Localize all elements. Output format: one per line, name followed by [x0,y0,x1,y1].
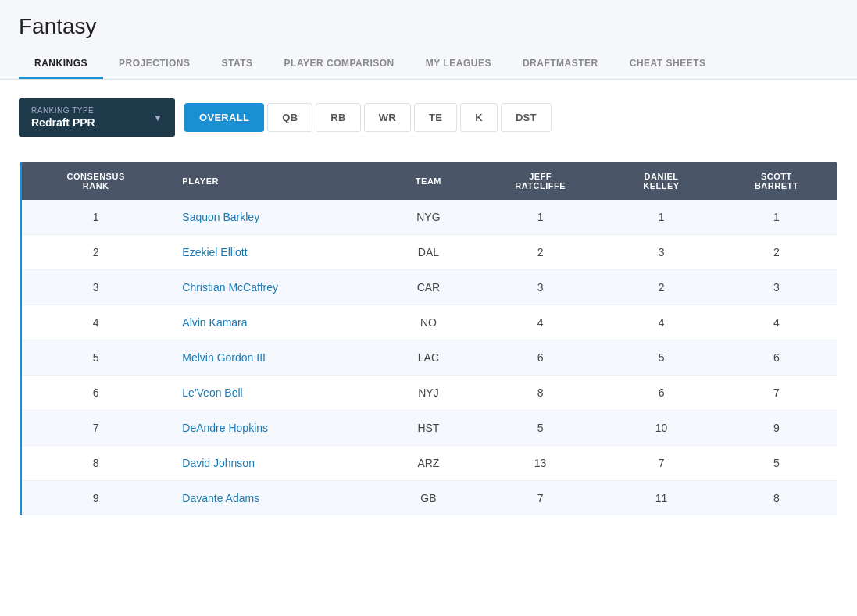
th-consensus-rank: CONSENSUSRANK [20,162,170,201]
cell-daniel-rank: 4 [607,305,716,340]
cell-scott-rank: 2 [716,235,838,270]
table-row: 1Saquon BarkleyNYG111 [20,200,838,235]
cell-rank: 2 [20,235,170,270]
table-body: 1Saquon BarkleyNYG1112Ezekiel ElliottDAL… [20,200,838,516]
cell-rank: 4 [20,305,170,340]
ranking-type-value: Redraft PPR [31,116,95,129]
table-row: 5Melvin Gordon IIILAC656 [20,340,838,376]
nav-tab-stats[interactable]: STATS [206,50,269,79]
cell-scott-rank: 3 [716,270,838,305]
cell-team: GB [384,481,473,516]
pos-btn-overall[interactable]: OVERALL [184,103,264,132]
cell-team: NO [384,305,473,340]
cell-daniel-rank: 2 [607,270,716,305]
cell-rank: 9 [20,481,170,516]
cell-scott-rank: 7 [716,376,838,411]
rankings-table: CONSENSUSRANK PLAYER TEAM JEFFRATCLIFFE … [19,162,838,516]
cell-jeff-rank: 3 [473,270,607,305]
cell-daniel-rank: 1 [607,200,716,235]
dropdown-arrow-icon: ▼ [153,112,162,123]
cell-player-name[interactable]: Ezekiel Elliott [170,235,384,270]
nav-tabs: RANKINGSPROJECTIONSSTATSPLAYER COMPARISO… [19,50,838,79]
cell-scott-rank: 5 [716,446,838,481]
table-row: 2Ezekiel ElliottDAL232 [20,235,838,270]
cell-player-name[interactable]: Christian McCaffrey [170,270,384,305]
table-row: 7DeAndre HopkinsHST5109 [20,411,838,446]
cell-jeff-rank: 2 [473,235,607,270]
cell-daniel-rank: 10 [607,411,716,446]
cell-rank: 5 [20,340,170,376]
pos-btn-te[interactable]: TE [414,103,457,132]
app-title: Fantasy [19,14,838,39]
cell-scott-rank: 9 [716,411,838,446]
nav-tab-rankings[interactable]: RANKINGS [19,50,103,79]
cell-player-name[interactable]: Melvin Gordon III [170,340,384,376]
cell-team: LAC [384,340,473,376]
cell-scott-rank: 6 [716,340,838,376]
nav-tab-cheat-sheets[interactable]: CHEAT SHEETS [614,50,722,79]
nav-tab-player-comparison[interactable]: PLAYER COMPARISON [269,50,410,79]
cell-rank: 3 [20,270,170,305]
cell-daniel-rank: 3 [607,235,716,270]
table-row: 8David JohnsonARZ1375 [20,446,838,481]
pos-btn-dst[interactable]: DST [501,103,552,132]
cell-rank: 7 [20,411,170,446]
cell-player-name[interactable]: Saquon Barkley [170,200,384,235]
cell-daniel-rank: 7 [607,446,716,481]
pos-btn-wr[interactable]: WR [364,103,411,132]
app-header: Fantasy RANKINGSPROJECTIONSSTATSPLAYER C… [0,0,857,80]
cell-player-name[interactable]: Alvin Kamara [170,305,384,340]
cell-player-name[interactable]: DeAndre Hopkins [170,411,384,446]
table-row: 6Le'Veon BellNYJ867 [20,376,838,411]
cell-scott-rank: 8 [716,481,838,516]
table-header-row: CONSENSUSRANK PLAYER TEAM JEFFRATCLIFFE … [20,162,838,201]
cell-jeff-rank: 8 [473,376,607,411]
pos-btn-qb[interactable]: QB [267,103,312,132]
cell-player-name[interactable]: Davante Adams [170,481,384,516]
cell-rank: 6 [20,376,170,411]
nav-tab-projections[interactable]: PROJECTIONS [103,50,206,79]
cell-team: HST [384,411,473,446]
table-row: 3Christian McCaffreyCAR323 [20,270,838,305]
ranking-type-label: RANKING TYPE [31,106,95,115]
cell-player-name[interactable]: Le'Veon Bell [170,376,384,411]
cell-player-name[interactable]: David Johnson [170,446,384,481]
cell-daniel-rank: 6 [607,376,716,411]
cell-jeff-rank: 1 [473,200,607,235]
cell-team: CAR [384,270,473,305]
cell-rank: 1 [20,200,170,235]
nav-tab-my-leagues[interactable]: MY LEAGUES [410,50,507,79]
th-team: TEAM [384,162,473,201]
cell-team: DAL [384,235,473,270]
cell-team: NYG [384,200,473,235]
cell-scott-rank: 4 [716,305,838,340]
ranking-type-dropdown[interactable]: RANKING TYPE Redraft PPR ▼ [19,98,175,137]
cell-scott-rank: 1 [716,200,838,235]
cell-jeff-rank: 13 [473,446,607,481]
table-header: CONSENSUSRANK PLAYER TEAM JEFFRATCLIFFE … [20,162,838,201]
cell-daniel-rank: 5 [607,340,716,376]
pos-btn-k[interactable]: K [460,103,498,132]
cell-jeff-rank: 6 [473,340,607,376]
th-jeff-ratcliffe: JEFFRATCLIFFE [473,162,607,201]
th-daniel-kelley: DANIELKELLEY [607,162,716,201]
cell-jeff-rank: 4 [473,305,607,340]
nav-tab-draftmaster[interactable]: DRAFTMASTER [507,50,614,79]
th-player: PLAYER [170,162,384,201]
position-tabs: OVERALLQBRBWRTEKDST [184,103,552,132]
content-area: RANKING TYPE Redraft PPR ▼ OVERALLQBRBWR… [0,80,857,547]
cell-jeff-rank: 5 [473,411,607,446]
cell-rank: 8 [20,446,170,481]
cell-team: NYJ [384,376,473,411]
cell-daniel-rank: 11 [607,481,716,516]
cell-team: ARZ [384,446,473,481]
table-row: 4Alvin KamaraNO444 [20,305,838,340]
cell-jeff-rank: 7 [473,481,607,516]
filter-row: RANKING TYPE Redraft PPR ▼ OVERALLQBRBWR… [19,98,838,137]
table-row: 9Davante AdamsGB7118 [20,481,838,516]
pos-btn-rb[interactable]: RB [316,103,360,132]
th-scott-barrett: SCOTTBARRETT [716,162,838,201]
